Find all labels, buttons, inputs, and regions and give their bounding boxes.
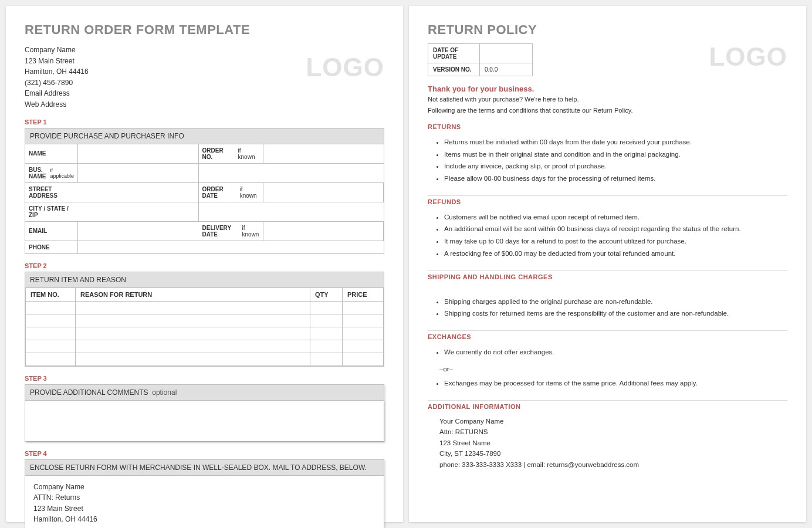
step1-label: STEP 1 <box>25 119 384 126</box>
col-qty: QTY <box>310 287 343 301</box>
section-shipping-title: SHIPPING AND HANDLING CHARGES <box>428 270 787 280</box>
meta-version-label: VERSION NO. <box>428 63 480 76</box>
input-orderdate[interactable] <box>263 182 384 202</box>
return-order-form-page: RETURN ORDER FORM TEMPLATE LOGO Company … <box>6 6 403 522</box>
input-email[interactable] <box>78 221 199 241</box>
list-item: Exchanges may be processed for items of … <box>444 377 787 390</box>
lbl-delivery: DELIVERY DATE if known <box>199 221 263 241</box>
input-street[interactable] <box>78 182 199 202</box>
list-item: We currently do not offer exchanges. <box>444 346 787 358</box>
meta-date-value[interactable] <box>480 44 533 63</box>
company-email: Email Address <box>25 88 384 99</box>
company-logo: LOGO <box>709 42 787 72</box>
list-item: Please allow 00-00 business days for the… <box>444 172 787 185</box>
list-item: Customers will be notified via email upo… <box>444 211 787 224</box>
table-row[interactable] <box>26 327 384 340</box>
meta-date-label: DATE OF UPDATE <box>428 44 480 63</box>
mail-to-block: Company Name ATTN: Returns 123 Main Stre… <box>25 475 384 528</box>
addl-line: City, ST 12345-7890 <box>439 448 787 459</box>
lbl-orderno: ORDER NO. if known <box>199 144 263 163</box>
exchanges-or: –or– <box>439 363 787 375</box>
addl-line: 123 Street Name <box>439 438 787 448</box>
addl-info-block: Your Company Name Attn: RETURNS 123 Stre… <box>439 416 787 470</box>
page-title: RETURN POLICY <box>428 22 787 38</box>
step1-header: PROVIDE PURCHASE AND PURCHASER INFO <box>25 128 384 144</box>
list-item: An additional email will be sent within … <box>444 223 787 235</box>
step4-box: ENCLOSE RETURN FORM WITH MERCHANDISE IN … <box>25 459 384 528</box>
blank-cell <box>199 202 384 221</box>
col-reason: REASON FOR RETURN <box>76 287 310 301</box>
company-logo: LOGO <box>306 53 384 82</box>
addl-line: Your Company Name <box>439 416 787 427</box>
step3-box: PROVIDE ADDITIONAL COMMENTS optional <box>25 384 384 442</box>
lbl-email: EMAIL <box>25 221 78 241</box>
page-title: RETURN ORDER FORM TEMPLATE <box>25 22 384 38</box>
mail-street: 123 Main Street <box>33 503 375 515</box>
input-phone[interactable] <box>78 241 199 253</box>
mail-city: Hamilton, OH 44416 <box>33 514 375 525</box>
comments-input[interactable] <box>25 400 384 441</box>
step1-box: PROVIDE PURCHASE AND PURCHASER INFO NAME… <box>25 128 384 254</box>
lbl-orderdate: ORDER DATE if known <box>199 182 263 202</box>
addl-line: phone: 333-333-3333 X333 | email: return… <box>439 459 787 470</box>
input-name[interactable] <box>78 144 199 163</box>
lbl-street: STREET ADDRESS <box>25 182 78 202</box>
list-item: Include any invoice, packing slip, or pr… <box>444 160 787 172</box>
input-delivery[interactable] <box>263 221 384 241</box>
list-item: Returns must be initiated within 00 days… <box>444 136 787 148</box>
list-item: Items must be in their original state an… <box>444 148 787 161</box>
section-exchanges-title: EXCHANGES <box>428 330 787 340</box>
section-returns-title: RETURNS <box>428 121 787 130</box>
table-row[interactable] <box>26 340 384 353</box>
col-itemno: ITEM NO. <box>26 287 76 301</box>
shipping-list: Shipping charges applied to the original… <box>444 296 787 320</box>
step2-label: STEP 2 <box>25 262 384 269</box>
step4-label: STEP 4 <box>25 450 384 457</box>
meta-table: DATE OF UPDATE VERSION NO. 0.0.0 <box>428 43 533 76</box>
lbl-phone: PHONE <box>25 241 78 253</box>
meta-version-value[interactable]: 0.0.0 <box>480 63 533 76</box>
table-row[interactable] <box>26 314 384 327</box>
table-row[interactable] <box>26 353 384 365</box>
list-item: It may take up to 00 days for a refund t… <box>444 235 787 248</box>
step4-header: ENCLOSE RETURN FORM WITH MERCHANDISE IN … <box>25 460 384 475</box>
thank-you-text: Thank you for your business. <box>428 84 787 93</box>
section-addl-title: ADDITIONAL INFORMATION <box>428 400 787 410</box>
step2-header: RETURN ITEM AND REASON <box>25 272 384 287</box>
list-item: Shipping costs for returned items are th… <box>444 307 787 320</box>
mail-attn: ATTN: Returns <box>33 492 375 503</box>
col-price: PRICE <box>343 287 384 301</box>
step3-label: STEP 3 <box>25 375 384 382</box>
return-items-table: ITEM NO. REASON FOR RETURN QTY PRICE <box>25 287 384 366</box>
refunds-list: Customers will be notified via email upo… <box>444 211 787 260</box>
input-busname[interactable] <box>78 163 199 182</box>
lbl-csz: CITY / STATE / ZIP <box>25 202 78 221</box>
blank-cell <box>199 241 384 253</box>
list-item: Shipping charges applied to the original… <box>444 296 787 308</box>
addl-line: Attn: RETURNS <box>439 427 787 437</box>
list-item: A restocking fee of $00.00 may be deduct… <box>444 248 787 260</box>
step3-header: PROVIDE ADDITIONAL COMMENTS optional <box>25 385 384 400</box>
mail-name: Company Name <box>33 482 375 493</box>
section-refunds-title: REFUNDS <box>428 195 787 205</box>
input-orderno[interactable] <box>263 144 384 163</box>
lbl-busname: BUS. NAMEif applicable <box>25 163 78 182</box>
blank-cell <box>199 163 384 182</box>
return-policy-page: RETURN POLICY LOGO DATE OF UPDATE VERSIO… <box>409 6 806 522</box>
policy-sub2: Following are the terms and conditions t… <box>428 106 787 116</box>
step2-box: RETURN ITEM AND REASON ITEM NO. REASON F… <box>25 272 384 367</box>
lbl-name: NAME <box>25 144 78 163</box>
exchanges-list-1: We currently do not offer exchanges. <box>444 346 787 358</box>
input-csz[interactable] <box>78 202 199 221</box>
table-row[interactable] <box>26 301 384 314</box>
exchanges-list-2: Exchanges may be processed for items of … <box>444 377 787 390</box>
returns-list: Returns must be initiated within 00 days… <box>444 136 787 185</box>
company-web: Web Address <box>25 99 384 110</box>
policy-sub1: Not satisfied with your purchase? We're … <box>428 94 787 104</box>
